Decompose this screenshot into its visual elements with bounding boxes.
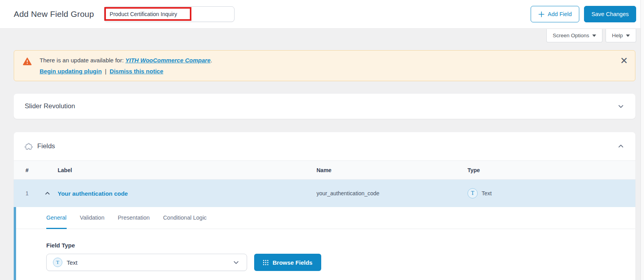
- notice-line-2: Begin updating plugin | Dismiss this not…: [40, 68, 212, 75]
- text-type-icon: T: [53, 258, 62, 267]
- tab-presentation[interactable]: Presentation: [118, 207, 149, 229]
- field-type-row: T Text: [46, 254, 635, 271]
- slider-revolution-title: Slider Revolution: [25, 102, 75, 110]
- warning-icon: [23, 57, 32, 75]
- field-type-value: Text: [482, 190, 492, 196]
- browse-fields-label: Browse Fields: [273, 259, 313, 266]
- update-notice: There is an update available for: YITH W…: [14, 50, 635, 81]
- field-name: your_authentication_code: [317, 190, 468, 196]
- add-field-label: Add Field: [548, 11, 572, 17]
- plugin-update-link[interactable]: YITH WooCommerce Compare: [125, 57, 210, 64]
- page-title: Add New Field Group: [14, 9, 94, 19]
- tab-conditional-logic[interactable]: Conditional Logic: [163, 207, 207, 229]
- chevron-up-icon[interactable]: [617, 143, 624, 150]
- screen-meta: Screen Options Help: [546, 29, 636, 42]
- field-type-select[interactable]: T Text: [46, 254, 247, 271]
- field-settings-panel: General Validation Presentation Conditio…: [14, 207, 635, 280]
- help-label: Help: [612, 33, 623, 38]
- fields-panel-title: Fields: [37, 142, 55, 150]
- caret-down-icon: [592, 35, 596, 37]
- field-type-selected-value: Text: [67, 259, 78, 266]
- close-icon[interactable]: ✕: [620, 56, 628, 65]
- notice-line-1: There is an update available for: YITH W…: [40, 57, 212, 64]
- notice-prefix: There is an update available for:: [40, 57, 125, 64]
- column-name: Name: [317, 167, 468, 173]
- puzzle-icon: [25, 142, 33, 151]
- fields-table-header: # Label Name Type: [14, 160, 635, 180]
- dismiss-notice-link[interactable]: Dismiss this notice: [110, 68, 164, 75]
- field-group-title-wrap: [104, 6, 235, 22]
- column-type: Type: [468, 167, 635, 173]
- fields-panel: Fields # Label Name Type 1 Your authenti…: [14, 132, 635, 280]
- help-toggle[interactable]: Help: [606, 29, 636, 42]
- page-body: There is an update available for: YITH W…: [0, 50, 644, 280]
- header-actions: Add Field Save Changes: [531, 6, 636, 22]
- notice-text-block: There is an update available for: YITH W…: [40, 57, 212, 75]
- notice-separator: |: [105, 68, 106, 75]
- page-header: Add New Field Group Add Field Save Chang…: [0, 0, 644, 29]
- tab-validation[interactable]: Validation: [80, 207, 105, 229]
- field-type-cell: T Text: [468, 188, 635, 198]
- text-type-icon: T: [468, 188, 478, 198]
- slider-revolution-panel[interactable]: Slider Revolution: [14, 94, 635, 119]
- save-changes-button[interactable]: Save Changes: [584, 6, 636, 22]
- add-field-button[interactable]: Add Field: [531, 6, 579, 22]
- fields-panel-header[interactable]: Fields: [14, 132, 635, 160]
- tab-general[interactable]: General: [46, 207, 67, 229]
- general-tab-content: Field Type T Text: [16, 229, 635, 271]
- plus-icon: [538, 11, 545, 18]
- notice-suffix: .: [211, 57, 212, 64]
- collapse-row-icon[interactable]: [44, 190, 58, 196]
- screen-options-label: Screen Options: [553, 33, 589, 38]
- field-settings-tabs: General Validation Presentation Conditio…: [16, 207, 635, 229]
- caret-down-icon: [626, 35, 630, 37]
- chevron-down-icon[interactable]: [617, 103, 624, 110]
- column-number: #: [25, 167, 44, 173]
- scrollbar[interactable]: [640, 0, 644, 280]
- table-row[interactable]: 1 Your authentication code your_authenti…: [14, 180, 635, 207]
- field-label-link[interactable]: Your authentication code: [58, 190, 317, 197]
- begin-updating-link[interactable]: Begin updating plugin: [40, 68, 102, 75]
- chevron-down-icon: [233, 259, 240, 266]
- field-type-label: Field Type: [46, 242, 635, 249]
- browse-fields-button[interactable]: Browse Fields: [254, 254, 321, 271]
- grid-icon: [263, 260, 269, 265]
- field-group-title-input[interactable]: [104, 6, 235, 22]
- column-label: Label: [58, 167, 317, 173]
- screen-options-toggle[interactable]: Screen Options: [546, 29, 602, 42]
- row-number: 1: [25, 190, 44, 196]
- save-changes-label: Save Changes: [591, 11, 629, 17]
